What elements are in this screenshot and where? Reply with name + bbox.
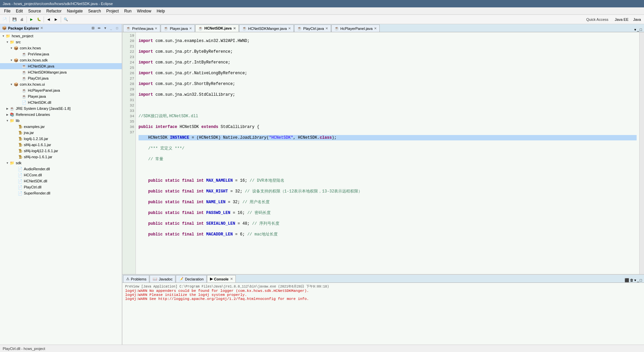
- tree-item-log4j-1.2.16.jar[interactable]: ▶ 🗜 log4j-1.2.16.jar: [0, 136, 122, 142]
- tab-Player.java[interactable]: ☕ Player.java ✕: [161, 25, 195, 32]
- tree-item-com.kx.hcws.ui[interactable]: ▼ 📦 com.kx.hcws.ui: [0, 81, 122, 87]
- menu-icon[interactable]: ▾: [102, 26, 108, 31]
- close-tab-icon[interactable]: ✕: [155, 27, 157, 30]
- tree-item-SuperRender.dll[interactable]: ▶ 📄 SuperRender.dll: [0, 190, 122, 196]
- tree-item-HCCore.dll[interactable]: ▶ 📄 HCCore.dll: [0, 172, 122, 178]
- console-icon: ▶: [210, 277, 213, 281]
- tree-item-HCNetSDK.java[interactable]: ▶ ☕ HCNetSDK.java: [0, 63, 122, 69]
- console-stop-icon[interactable]: ⬛: [625, 278, 629, 282]
- menu-navigate[interactable]: Navigate: [64, 8, 85, 14]
- menu-run[interactable]: Run: [121, 8, 134, 14]
- tab-HCNetSDKManger.java[interactable]: ☕ HCNetSDKManger.java ✕: [239, 25, 294, 32]
- tree-item-jna.jar[interactable]: ▶ 🗜 jna.jar: [0, 130, 122, 136]
- link-editor-icon[interactable]: ⇔: [96, 26, 102, 31]
- console-max-icon[interactable]: □: [640, 278, 642, 282]
- close-tab-icon[interactable]: ✕: [233, 27, 236, 30]
- tree-label: HCCore.dll: [24, 173, 42, 177]
- tree-label: log4j-1.2.16.jar: [24, 137, 48, 141]
- tree-item-PlayCtrl.java[interactable]: ▶ ☕ PlayCtrl.java: [0, 75, 122, 81]
- quick-access-label[interactable]: Quick Access: [584, 17, 611, 21]
- tab-max-icon[interactable]: □: [640, 28, 642, 32]
- menu-project[interactable]: Project: [104, 8, 121, 14]
- menu-edit[interactable]: Edit: [13, 8, 25, 14]
- tb-forward-btn[interactable]: ▶: [53, 16, 59, 23]
- tree-label: SuperRender.dll: [24, 191, 50, 195]
- console-min-icon[interactable]: _: [637, 278, 639, 282]
- console-output: PreView [Java Application] C:\Program Fi…: [122, 283, 644, 345]
- tab-javadoc[interactable]: 📖 Javadoc: [150, 275, 175, 282]
- close-tab-icon[interactable]: ✕: [325, 27, 328, 30]
- tb-search-btn[interactable]: 🔍: [62, 16, 69, 23]
- tb-java-btn[interactable]: Java: [632, 16, 643, 23]
- close-tab-icon[interactable]: ✕: [374, 27, 377, 30]
- tab-PreView.java[interactable]: ☕ PreView.java ✕: [123, 25, 160, 32]
- tree-label: HCNetSDK.java: [28, 64, 54, 68]
- tree-label: HcPlayerPanel.java: [28, 88, 60, 92]
- tree-label: examples.jar: [24, 125, 45, 129]
- menu-help[interactable]: Help: [154, 8, 168, 14]
- tree-item-com.kx.hcws[interactable]: ▼ 📦 com.kx.hcws: [0, 45, 122, 51]
- tree-item-lib[interactable]: ▼ 📁 lib: [0, 118, 122, 124]
- max-icon[interactable]: □: [114, 26, 120, 31]
- tree-item-HCNetSDKManger.java[interactable]: ▶ ☕ HCNetSDKManger.java: [0, 69, 122, 75]
- tab-HCNetSDK.java[interactable]: ☕ HCNetSDK.java ✕: [195, 25, 238, 32]
- tree-item-slf4j-log4j12-1.6.1.jar[interactable]: ▶ 🗜 slf4j-log4j12-1.6.1.jar: [0, 148, 122, 154]
- tree-item-sdk[interactable]: ▼ 📁 sdk: [0, 160, 122, 166]
- tree-item-AudioRender.dll[interactable]: ▶ 📄 AudioRender.dll: [0, 166, 122, 172]
- menu-source[interactable]: Source: [25, 8, 44, 14]
- tree-label: slf4j-nop-1.6.1.jar: [24, 155, 52, 159]
- tb-javaee-btn[interactable]: Java EE: [613, 16, 630, 23]
- tree-item-HCNetSDK2.dll[interactable]: ▶ 📄 HCNetSDK.dll: [0, 178, 122, 184]
- bottom-tabs: ⚠ Problems 📖 Javadoc 📝 Declaration ▶ Con…: [122, 275, 644, 283]
- java-icon: ☕: [164, 26, 168, 31]
- dll-file-icon: 📄: [21, 100, 27, 105]
- tb-run-btn[interactable]: ▶: [28, 16, 35, 23]
- min-icon[interactable]: _: [108, 26, 114, 31]
- tab-min-icon[interactable]: _: [637, 28, 639, 32]
- console-menu-icon[interactable]: ▾: [634, 278, 636, 282]
- console-clear-icon[interactable]: 🗑: [630, 278, 634, 282]
- close-tab-icon[interactable]: ✕: [288, 27, 291, 30]
- tree-item-examples.jar[interactable]: ▶ 🗜 examples.jar: [0, 124, 122, 130]
- tb-print-btn[interactable]: 🖨: [18, 16, 25, 23]
- tb-debug-btn[interactable]: 🐛: [36, 16, 42, 23]
- console-warn-3: log4j:WARN See http://logging.apache.org…: [125, 297, 641, 301]
- tree-item-PreView.java[interactable]: ▶ ☕ PreView.java: [0, 51, 122, 57]
- tab-problems[interactable]: ⚠ Problems: [123, 275, 149, 282]
- tab-HcPlayerPanel.java[interactable]: ☕ HcPlayerPanel.java ✕: [331, 25, 380, 32]
- tree-item-slf4j-api-1.6.1.jar[interactable]: ▶ 🗜 slf4j-api-1.6.1.jar: [0, 142, 122, 148]
- tab-declaration[interactable]: 📝 Declaration: [176, 275, 207, 282]
- package-icon: 📦: [13, 82, 19, 87]
- tab-label: HCNetSDK.java: [204, 26, 231, 30]
- close-tab-icon[interactable]: ✕: [189, 27, 192, 30]
- tab-menu-icon[interactable]: ▾: [634, 28, 636, 32]
- tb-back-btn[interactable]: ◀: [45, 16, 52, 23]
- menu-refactor[interactable]: Refactor: [44, 8, 64, 14]
- tab-PlayCtrl.java[interactable]: ☕ PlayCtrl.java ✕: [294, 25, 331, 32]
- tree-item-slf4j-nop-1.6.1.jar[interactable]: ▶ 🗜 slf4j-nop-1.6.1.jar: [0, 154, 122, 160]
- tree-label: sdk: [16, 161, 21, 165]
- tree-item-Player.java[interactable]: ▶ ☕ Player.java: [0, 93, 122, 99]
- jar-icon: 🗜: [17, 136, 23, 141]
- tree-item-src[interactable]: ▼ 📁 src: [0, 39, 122, 45]
- tree-label: slf4j-log4j12-1.6.1.jar: [24, 149, 58, 153]
- tb-new-btn[interactable]: 📄: [1, 16, 8, 23]
- collapse-all-icon[interactable]: ⊟: [90, 26, 96, 31]
- editor-scrollbar[interactable]: [639, 32, 644, 274]
- tree-item-PlayCtrl.dll[interactable]: ▶ 📄 PlayCtrl.dll: [0, 184, 122, 190]
- tb-save-btn[interactable]: 💾: [11, 16, 18, 23]
- tree-item-jre[interactable]: ▶ ☕ JRE System Library [JavaSE-1.8]: [0, 105, 122, 112]
- tree-item-referenced-libraries[interactable]: ▶ 📚 Referenced Libraries: [0, 112, 122, 118]
- menu-search[interactable]: Search: [86, 8, 104, 14]
- code-editor[interactable]: import com.sun.jna.examples.win32.W32API…: [136, 32, 639, 274]
- menu-file[interactable]: File: [1, 8, 13, 14]
- close-console-icon[interactable]: ✕: [230, 277, 233, 281]
- console-run-path: PreView [Java Application] C:\Program Fi…: [125, 284, 641, 289]
- tree-item-hcws_project[interactable]: ▼ 📁 hcws_project: [0, 33, 122, 39]
- tree-item-com.kx.hcws.sdk[interactable]: ▼ 📦 com.kx.hcws.sdk: [0, 57, 122, 63]
- tree-item-HcPlayerPanel.java[interactable]: ▶ ☕ HcPlayerPanel.java: [0, 87, 122, 93]
- tab-console[interactable]: ▶ Console ✕: [207, 275, 235, 282]
- tree-item-HCNetSDK.dll-src[interactable]: ▶ 📄 HCNetSDK.dll: [0, 99, 122, 105]
- jar-icon: 🗜: [17, 124, 23, 129]
- menu-window[interactable]: Window: [134, 8, 154, 14]
